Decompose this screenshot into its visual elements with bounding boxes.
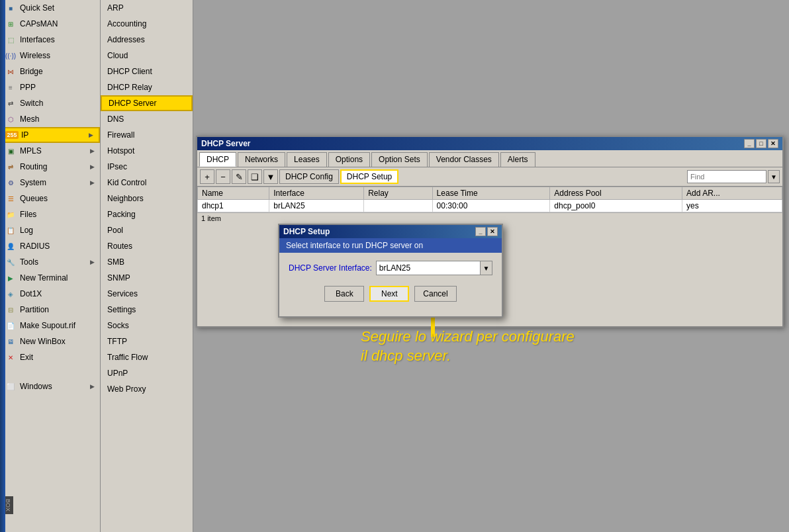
col-lease-time[interactable]: Lease Time (432, 187, 550, 200)
sidebar-item-log[interactable]: 📋 Log (0, 222, 100, 238)
tab-networks[interactable]: Networks (238, 152, 285, 167)
submenu-item-snmp[interactable]: SNMP (101, 270, 193, 286)
submenu-item-tftp[interactable]: TFTP (101, 333, 193, 349)
sidebar-item-label: Log (20, 226, 33, 235)
dhcp-interface-dropdown-icon[interactable]: ▼ (481, 261, 492, 275)
sidebar-item-mesh[interactable]: ⬡ Mesh (0, 111, 100, 127)
sidebar-item-system[interactable]: ⚙ System ▶ (0, 175, 100, 191)
submenu-item-addresses[interactable]: Addresses (101, 32, 193, 48)
sidebar-item-label: RADIUS (20, 242, 50, 251)
submenu-item-accounting[interactable]: Accounting (101, 16, 193, 32)
col-relay[interactable]: Relay (364, 187, 432, 200)
col-interface[interactable]: Interface (269, 187, 364, 200)
sidebar-item-files[interactable]: 📁 Files (0, 206, 100, 222)
close-button[interactable]: ✕ (768, 139, 778, 148)
filter-button[interactable]: ▼ (263, 169, 278, 184)
col-name[interactable]: Name (198, 187, 269, 200)
remove-button[interactable]: − (216, 169, 230, 184)
submenu-item-firewall[interactable]: Firewall (101, 127, 193, 143)
log-icon: 📋 (5, 225, 16, 236)
submenu-item-upnp[interactable]: UPnP (101, 365, 193, 381)
submenu-item-arp[interactable]: ARP (101, 0, 193, 16)
submenu-item-traffic-flow[interactable]: Traffic Flow (101, 349, 193, 365)
sidebar-item-switch[interactable]: ⇄ Switch (0, 95, 100, 111)
sidebar-item-new-winbox[interactable]: 🖥 New WinBox (0, 333, 100, 349)
files-icon: 📁 (5, 209, 16, 220)
sidebar-item-partition[interactable]: ⊟ Partition (0, 302, 100, 318)
sidebar-item-make-supout[interactable]: 📄 Make Supout.rif (0, 318, 100, 333)
submenu-item-dns[interactable]: DNS (101, 111, 193, 127)
submenu-item-neighbors[interactable]: Neighbors (101, 191, 193, 206)
sidebar-item-label: Bridge (20, 67, 43, 76)
sidebar-item-label: Quick Set (20, 3, 54, 13)
sidebar-item-dot1x[interactable]: ◈ Dot1X (0, 286, 100, 302)
sidebar-item-capsman[interactable]: ⊞ CAPsMAN (0, 16, 100, 32)
submenu-item-packing[interactable]: Packing (101, 206, 193, 222)
submenu-item-socks[interactable]: Socks (101, 318, 193, 333)
interfaces-icon: ⬚ (5, 34, 16, 45)
sidebar-item-label: Exit (20, 353, 33, 362)
submenu-item-web-proxy[interactable]: Web Proxy (101, 381, 193, 397)
sidebar-item-queues[interactable]: ☰ Queues (0, 191, 100, 206)
dhcp-setup-header: Select interface to run DHCP server on (279, 238, 502, 253)
sidebar-item-exit[interactable]: ✕ Exit (0, 349, 100, 365)
edit-button[interactable]: ✎ (232, 169, 246, 184)
tab-vendor-classes[interactable]: Vendor Classes (429, 152, 499, 167)
submenu-item-dhcp-relay[interactable]: DHCP Relay (101, 79, 193, 95)
routing-icon: ⇌ (5, 161, 16, 172)
submenu-item-routes[interactable]: Routes (101, 238, 193, 254)
next-button[interactable]: Next (369, 286, 409, 302)
submenu-item-pool[interactable]: Pool (101, 222, 193, 238)
dhcp-config-button[interactable]: DHCP Config (279, 169, 339, 184)
cell-interface: brLAN25 (269, 200, 364, 212)
tab-alerts[interactable]: Alerts (500, 152, 535, 167)
sidebar-item-mpls[interactable]: ▣ MPLS ▶ (0, 143, 100, 159)
bridge-icon: ⋈ (5, 66, 16, 77)
sidebar-item-ip[interactable]: 255 IP ▶ (0, 127, 100, 143)
sidebar-item-bridge[interactable]: ⋈ Bridge (0, 64, 100, 79)
tab-option-sets[interactable]: Option Sets (371, 152, 428, 167)
submenu-item-kid-control[interactable]: Kid Control (101, 175, 193, 191)
dialog-minimize-button[interactable]: _ (475, 227, 486, 236)
sidebar-item-new-terminal[interactable]: ▶ New Terminal (0, 270, 100, 286)
sidebar-item-windows[interactable]: ⬜ Windows ▶ (0, 378, 100, 394)
copy-button[interactable]: ❑ (248, 169, 262, 184)
submenu-item-dhcp-client[interactable]: DHCP Client (101, 64, 193, 79)
dhcp-window-title: DHCP Server (201, 139, 250, 148)
sidebar-item-tools[interactable]: 🔧 Tools ▶ (0, 254, 100, 270)
submenu-item-dhcp-server[interactable]: DHCP Server (101, 95, 193, 111)
dhcp-interface-select[interactable]: brLAN25 (376, 261, 481, 275)
sidebar-item-quickset[interactable]: ■ Quick Set (0, 0, 100, 16)
dhcp-setup-button[interactable]: DHCP Setup (340, 169, 398, 184)
tab-options[interactable]: Options (328, 152, 370, 167)
tab-leases[interactable]: Leases (287, 152, 327, 167)
sidebar-item-radius[interactable]: 👤 RADIUS (0, 238, 100, 254)
submenu-item-hotspot[interactable]: Hotspot (101, 143, 193, 159)
find-input[interactable] (687, 170, 766, 183)
sidebar-item-ppp[interactable]: ≡ PPP (0, 79, 100, 95)
submenu-item-cloud[interactable]: Cloud (101, 48, 193, 64)
submenu-item-smb[interactable]: SMB (101, 254, 193, 270)
cancel-button[interactable]: Cancel (414, 286, 456, 302)
col-address-pool[interactable]: Address Pool (550, 187, 682, 200)
cell-address-pool: dhcp_pool0 (550, 200, 682, 212)
new-winbox-icon: 🖥 (5, 336, 16, 347)
maximize-button[interactable]: □ (756, 139, 766, 148)
table-row[interactable]: dhcp1 brLAN25 00:30:00 dhcp_pool0 yes (198, 200, 782, 212)
col-add-ar[interactable]: Add AR... (682, 187, 782, 200)
back-button[interactable]: Back (324, 286, 364, 302)
submenu-item-ipsec[interactable]: IPsec (101, 159, 193, 175)
sidebar-item-interfaces[interactable]: ⬚ Interfaces (0, 32, 100, 48)
tab-dhcp[interactable]: DHCP (199, 152, 236, 167)
submenu-item-services[interactable]: Services (101, 286, 193, 302)
sidebar-item-label: Tools (20, 257, 38, 267)
submenu-item-settings[interactable]: Settings (101, 302, 193, 318)
find-dropdown-icon[interactable]: ▼ (768, 170, 780, 183)
minimize-button[interactable]: _ (744, 139, 755, 148)
left-edge-bar (0, 0, 5, 532)
add-button[interactable]: + (200, 169, 214, 184)
sidebar-item-routing[interactable]: ⇌ Routing ▶ (0, 159, 100, 175)
dialog-close-button[interactable]: ✕ (487, 227, 498, 236)
sidebar-item-label: IP (21, 130, 28, 140)
sidebar-item-wireless[interactable]: ((·)) Wireless (0, 48, 100, 64)
